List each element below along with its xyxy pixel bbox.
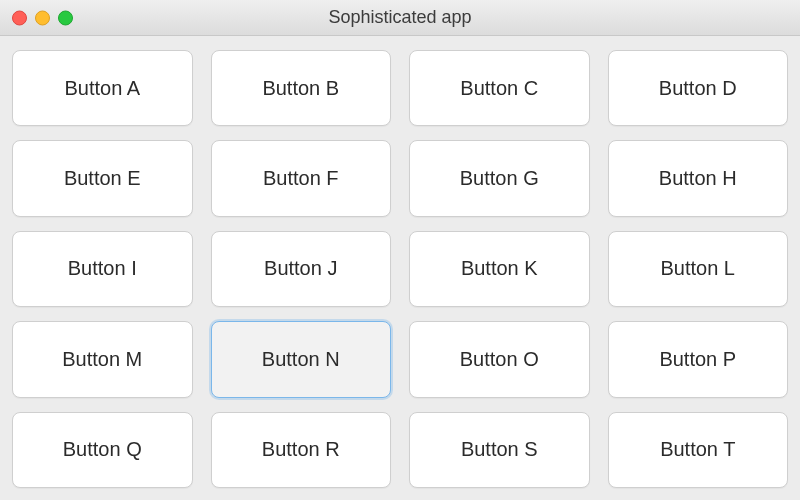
button-f[interactable]: Button F (211, 140, 392, 216)
button-q[interactable]: Button Q (12, 412, 193, 488)
close-icon[interactable] (12, 10, 27, 25)
button-c[interactable]: Button C (409, 50, 590, 126)
button-t[interactable]: Button T (608, 412, 789, 488)
button-g[interactable]: Button G (409, 140, 590, 216)
button-m[interactable]: Button M (12, 321, 193, 397)
button-d[interactable]: Button D (608, 50, 789, 126)
button-e[interactable]: Button E (12, 140, 193, 216)
button-a[interactable]: Button A (12, 50, 193, 126)
button-o[interactable]: Button O (409, 321, 590, 397)
button-h[interactable]: Button H (608, 140, 789, 216)
button-p[interactable]: Button P (608, 321, 789, 397)
button-i[interactable]: Button I (12, 231, 193, 307)
window-title: Sophisticated app (10, 7, 790, 28)
window-controls (12, 10, 73, 25)
button-s[interactable]: Button S (409, 412, 590, 488)
minimize-icon[interactable] (35, 10, 50, 25)
button-r[interactable]: Button R (211, 412, 392, 488)
window: Sophisticated app Button A Button B Butt… (0, 0, 800, 500)
titlebar: Sophisticated app (0, 0, 800, 36)
button-n[interactable]: Button N (211, 321, 392, 397)
button-k[interactable]: Button K (409, 231, 590, 307)
zoom-icon[interactable] (58, 10, 73, 25)
button-grid: Button A Button B Button C Button D Butt… (0, 36, 800, 500)
button-l[interactable]: Button L (608, 231, 789, 307)
button-b[interactable]: Button B (211, 50, 392, 126)
button-j[interactable]: Button J (211, 231, 392, 307)
